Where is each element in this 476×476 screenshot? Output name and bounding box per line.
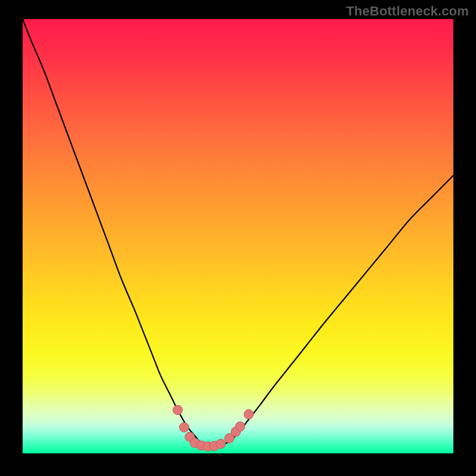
data-marker [180,422,189,432]
watermark-text: TheBottleneck.com [346,4,469,19]
data-marker [173,405,183,415]
curve-path [23,19,453,447]
chart-frame [23,19,453,453]
data-marker [236,422,245,431]
bottleneck-curve [23,19,453,453]
curve-markers [173,405,253,451]
data-marker [216,439,226,449]
data-marker [244,409,253,419]
